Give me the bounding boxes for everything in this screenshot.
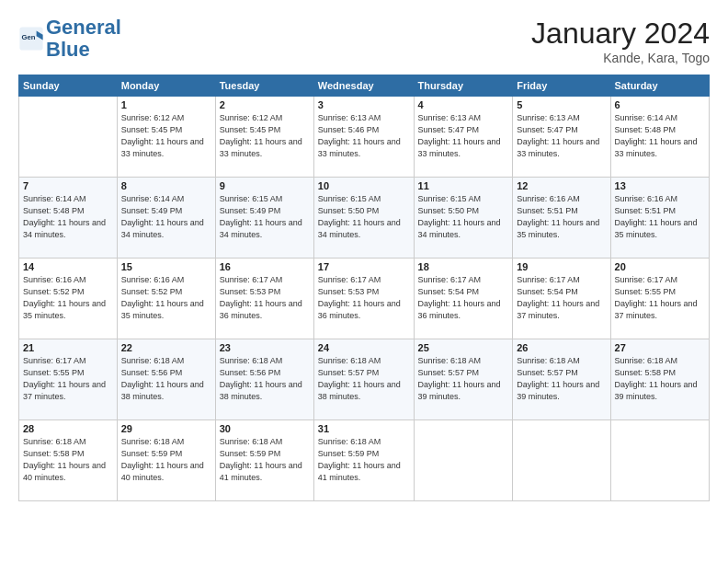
day-number: 27 — [615, 342, 705, 353]
day-info: Sunrise: 6:18 AM Sunset: 5:57 PM Dayligh… — [418, 355, 509, 403]
calendar-cell-1-3: 10 Sunrise: 6:15 AM Sunset: 5:50 PM Dayl… — [313, 178, 414, 259]
day-number: 26 — [517, 342, 606, 353]
daylight-text: Daylight: 11 hours and 41 minutes. — [220, 460, 310, 484]
sunrise-text: Sunrise: 6:18 AM — [121, 436, 211, 448]
daylight-text: Daylight: 11 hours and 39 minutes. — [517, 379, 606, 403]
day-number: 16 — [220, 261, 310, 272]
sunset-text: Sunset: 5:45 PM — [220, 124, 310, 136]
day-info: Sunrise: 6:17 AM Sunset: 5:54 PM Dayligh… — [517, 274, 606, 322]
sunrise-text: Sunrise: 6:18 AM — [318, 436, 410, 448]
sunset-text: Sunset: 5:51 PM — [517, 205, 606, 217]
day-number: 12 — [517, 180, 606, 191]
day-number: 31 — [318, 423, 410, 434]
daylight-text: Daylight: 11 hours and 36 minutes. — [418, 298, 509, 322]
day-number: 22 — [121, 342, 211, 353]
day-number: 3 — [318, 99, 410, 110]
calendar-cell-0-3: 3 Sunrise: 6:13 AM Sunset: 5:46 PM Dayli… — [313, 97, 414, 178]
logo-line1: General — [46, 16, 121, 39]
sunrise-text: Sunrise: 6:17 AM — [517, 274, 606, 286]
daylight-text: Daylight: 11 hours and 35 minutes. — [615, 217, 705, 241]
calendar-cell-1-1: 8 Sunrise: 6:14 AM Sunset: 5:49 PM Dayli… — [117, 178, 215, 259]
calendar-cell-3-0: 21 Sunrise: 6:17 AM Sunset: 5:55 PM Dayl… — [19, 339, 118, 420]
day-number: 19 — [517, 261, 606, 272]
calendar-cell-0-5: 5 Sunrise: 6:13 AM Sunset: 5:47 PM Dayli… — [513, 97, 610, 178]
sunset-text: Sunset: 5:50 PM — [418, 205, 509, 217]
daylight-text: Daylight: 11 hours and 38 minutes. — [220, 379, 310, 403]
day-number: 28 — [23, 423, 113, 434]
day-number: 13 — [615, 180, 705, 191]
day-info: Sunrise: 6:17 AM Sunset: 5:55 PM Dayligh… — [615, 274, 705, 322]
day-number: 1 — [121, 99, 211, 110]
day-number: 24 — [318, 342, 410, 353]
daylight-text: Daylight: 11 hours and 33 minutes. — [517, 136, 606, 160]
calendar-cell-2-0: 14 Sunrise: 6:16 AM Sunset: 5:52 PM Dayl… — [19, 259, 118, 339]
sunrise-text: Sunrise: 6:12 AM — [121, 112, 211, 124]
day-number: 17 — [318, 261, 410, 272]
calendar-cell-1-0: 7 Sunrise: 6:14 AM Sunset: 5:48 PM Dayli… — [19, 178, 118, 259]
sunrise-text: Sunrise: 6:18 AM — [220, 355, 310, 367]
sunset-text: Sunset: 5:56 PM — [121, 367, 211, 379]
svg-text:Gen: Gen — [22, 34, 36, 42]
calendar-cell-2-4: 18 Sunrise: 6:17 AM Sunset: 5:54 PM Dayl… — [414, 259, 513, 339]
daylight-text: Daylight: 11 hours and 41 minutes. — [318, 460, 410, 484]
sunrise-text: Sunrise: 6:16 AM — [517, 193, 606, 205]
daylight-text: Daylight: 11 hours and 37 minutes. — [615, 298, 705, 322]
day-info: Sunrise: 6:12 AM Sunset: 5:45 PM Dayligh… — [220, 112, 310, 160]
day-info: Sunrise: 6:18 AM Sunset: 5:56 PM Dayligh… — [220, 355, 310, 403]
daylight-text: Daylight: 11 hours and 33 minutes. — [418, 136, 509, 160]
calendar-cell-4-3: 31 Sunrise: 6:18 AM Sunset: 5:59 PM Dayl… — [313, 420, 414, 501]
calendar-cell-2-1: 15 Sunrise: 6:16 AM Sunset: 5:52 PM Dayl… — [117, 259, 215, 339]
calendar-cell-4-1: 29 Sunrise: 6:18 AM Sunset: 5:59 PM Dayl… — [117, 420, 215, 501]
daylight-text: Daylight: 11 hours and 40 minutes. — [121, 460, 211, 484]
sunrise-text: Sunrise: 6:18 AM — [23, 436, 113, 448]
day-number: 5 — [517, 99, 606, 110]
calendar-cell-3-6: 27 Sunrise: 6:18 AM Sunset: 5:58 PM Dayl… — [610, 339, 709, 420]
sunrise-text: Sunrise: 6:18 AM — [121, 355, 211, 367]
calendar-cell-0-2: 2 Sunrise: 6:12 AM Sunset: 5:45 PM Dayli… — [215, 97, 313, 178]
calendar-cell-4-4 — [414, 420, 513, 501]
sunrise-text: Sunrise: 6:17 AM — [318, 274, 410, 286]
day-number: 7 — [23, 180, 113, 191]
calendar-cell-1-2: 9 Sunrise: 6:15 AM Sunset: 5:49 PM Dayli… — [215, 178, 313, 259]
sunrise-text: Sunrise: 6:13 AM — [418, 112, 509, 124]
day-info: Sunrise: 6:18 AM Sunset: 5:57 PM Dayligh… — [517, 355, 606, 403]
sunset-text: Sunset: 5:56 PM — [220, 367, 310, 379]
sunset-text: Sunset: 5:53 PM — [318, 286, 410, 298]
day-number: 20 — [615, 261, 705, 272]
col-wednesday: Wednesday — [313, 75, 414, 97]
day-info: Sunrise: 6:18 AM Sunset: 5:56 PM Dayligh… — [121, 355, 211, 403]
sunrise-text: Sunrise: 6:16 AM — [121, 274, 211, 286]
daylight-text: Daylight: 11 hours and 37 minutes. — [517, 298, 606, 322]
sub-title: Kande, Kara, Togo — [531, 51, 710, 65]
sunset-text: Sunset: 5:52 PM — [121, 286, 211, 298]
calendar-cell-2-5: 19 Sunrise: 6:17 AM Sunset: 5:54 PM Dayl… — [513, 259, 610, 339]
day-number: 18 — [418, 261, 509, 272]
day-info: Sunrise: 6:18 AM Sunset: 5:58 PM Dayligh… — [615, 355, 705, 403]
header: Gen General Blue January 2024 Kande, Kar… — [18, 17, 710, 65]
daylight-text: Daylight: 11 hours and 33 minutes. — [318, 136, 410, 160]
week-row-3: 14 Sunrise: 6:16 AM Sunset: 5:52 PM Dayl… — [19, 259, 710, 339]
calendar-cell-4-0: 28 Sunrise: 6:18 AM Sunset: 5:58 PM Dayl… — [19, 420, 118, 501]
day-number: 25 — [418, 342, 509, 353]
daylight-text: Daylight: 11 hours and 34 minutes. — [318, 217, 410, 241]
sunset-text: Sunset: 5:59 PM — [220, 448, 310, 460]
sunset-text: Sunset: 5:49 PM — [121, 205, 211, 217]
sunset-text: Sunset: 5:46 PM — [318, 124, 410, 136]
calendar-cell-2-2: 16 Sunrise: 6:17 AM Sunset: 5:53 PM Dayl… — [215, 259, 313, 339]
daylight-text: Daylight: 11 hours and 37 minutes. — [23, 379, 113, 403]
calendar-cell-2-3: 17 Sunrise: 6:17 AM Sunset: 5:53 PM Dayl… — [313, 259, 414, 339]
daylight-text: Daylight: 11 hours and 34 minutes. — [220, 217, 310, 241]
day-info: Sunrise: 6:18 AM Sunset: 5:59 PM Dayligh… — [121, 436, 211, 484]
daylight-text: Daylight: 11 hours and 36 minutes. — [220, 298, 310, 322]
sunset-text: Sunset: 5:49 PM — [220, 205, 310, 217]
sunset-text: Sunset: 5:48 PM — [615, 124, 705, 136]
day-info: Sunrise: 6:18 AM Sunset: 5:59 PM Dayligh… — [318, 436, 410, 484]
day-number: 29 — [121, 423, 211, 434]
week-row-1: 1 Sunrise: 6:12 AM Sunset: 5:45 PM Dayli… — [19, 97, 710, 178]
sunset-text: Sunset: 5:57 PM — [418, 367, 509, 379]
sunrise-text: Sunrise: 6:18 AM — [615, 355, 705, 367]
calendar-cell-1-4: 11 Sunrise: 6:15 AM Sunset: 5:50 PM Dayl… — [414, 178, 513, 259]
day-info: Sunrise: 6:15 AM Sunset: 5:50 PM Dayligh… — [418, 193, 509, 241]
day-info: Sunrise: 6:16 AM Sunset: 5:52 PM Dayligh… — [23, 274, 113, 322]
calendar-cell-1-6: 13 Sunrise: 6:16 AM Sunset: 5:51 PM Dayl… — [610, 178, 709, 259]
